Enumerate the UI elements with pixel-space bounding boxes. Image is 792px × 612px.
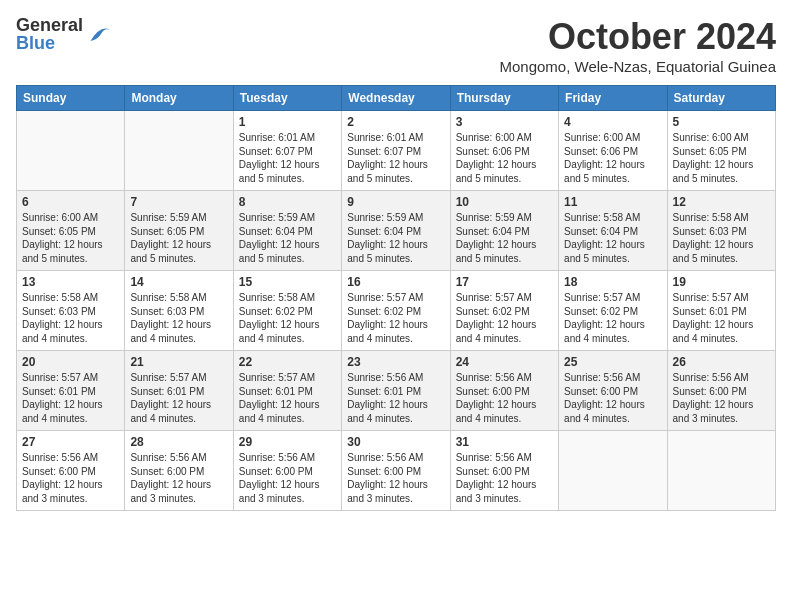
calendar-week-row: 6 Sunrise: 6:00 AMSunset: 6:05 PMDayligh… <box>17 191 776 271</box>
page-header: General Blue October 2024 Mongomo, Wele-… <box>16 16 776 75</box>
calendar-day-cell: 9 Sunrise: 5:59 AMSunset: 6:04 PMDayligh… <box>342 191 450 271</box>
logo-icon <box>87 20 115 48</box>
calendar-week-row: 20 Sunrise: 5:57 AMSunset: 6:01 PMDaylig… <box>17 351 776 431</box>
day-info: Sunrise: 6:01 AMSunset: 6:07 PMDaylight:… <box>347 132 428 184</box>
calendar-day-cell: 31 Sunrise: 5:56 AMSunset: 6:00 PMDaylig… <box>450 431 558 511</box>
day-info: Sunrise: 5:58 AMSunset: 6:04 PMDaylight:… <box>564 212 645 264</box>
day-info: Sunrise: 5:58 AMSunset: 6:02 PMDaylight:… <box>239 292 320 344</box>
day-number: 4 <box>564 115 661 129</box>
weekday-header: Monday <box>125 86 233 111</box>
day-info: Sunrise: 5:59 AMSunset: 6:04 PMDaylight:… <box>347 212 428 264</box>
day-info: Sunrise: 5:56 AMSunset: 6:00 PMDaylight:… <box>22 452 103 504</box>
logo-blue-text: Blue <box>16 34 83 52</box>
day-number: 5 <box>673 115 770 129</box>
day-info: Sunrise: 5:58 AMSunset: 6:03 PMDaylight:… <box>130 292 211 344</box>
calendar-week-row: 13 Sunrise: 5:58 AMSunset: 6:03 PMDaylig… <box>17 271 776 351</box>
calendar-day-cell: 8 Sunrise: 5:59 AMSunset: 6:04 PMDayligh… <box>233 191 341 271</box>
day-info: Sunrise: 5:59 AMSunset: 6:04 PMDaylight:… <box>456 212 537 264</box>
day-info: Sunrise: 5:57 AMSunset: 6:02 PMDaylight:… <box>564 292 645 344</box>
weekday-header: Sunday <box>17 86 125 111</box>
day-info: Sunrise: 5:57 AMSunset: 6:01 PMDaylight:… <box>22 372 103 424</box>
day-number: 3 <box>456 115 553 129</box>
calendar-day-cell: 25 Sunrise: 5:56 AMSunset: 6:00 PMDaylig… <box>559 351 667 431</box>
calendar-day-cell: 7 Sunrise: 5:59 AMSunset: 6:05 PMDayligh… <box>125 191 233 271</box>
calendar-week-row: 1 Sunrise: 6:01 AMSunset: 6:07 PMDayligh… <box>17 111 776 191</box>
day-info: Sunrise: 5:57 AMSunset: 6:01 PMDaylight:… <box>130 372 211 424</box>
day-number: 17 <box>456 275 553 289</box>
day-info: Sunrise: 5:56 AMSunset: 6:01 PMDaylight:… <box>347 372 428 424</box>
day-info: Sunrise: 5:56 AMSunset: 6:00 PMDaylight:… <box>347 452 428 504</box>
day-info: Sunrise: 5:58 AMSunset: 6:03 PMDaylight:… <box>22 292 103 344</box>
calendar-day-cell: 19 Sunrise: 5:57 AMSunset: 6:01 PMDaylig… <box>667 271 775 351</box>
header-row: SundayMondayTuesdayWednesdayThursdayFrid… <box>17 86 776 111</box>
calendar-day-cell: 13 Sunrise: 5:58 AMSunset: 6:03 PMDaylig… <box>17 271 125 351</box>
day-number: 14 <box>130 275 227 289</box>
calendar-day-cell <box>17 111 125 191</box>
day-info: Sunrise: 5:56 AMSunset: 6:00 PMDaylight:… <box>564 372 645 424</box>
day-info: Sunrise: 5:56 AMSunset: 6:00 PMDaylight:… <box>673 372 754 424</box>
weekday-header: Tuesday <box>233 86 341 111</box>
day-number: 10 <box>456 195 553 209</box>
calendar-table: SundayMondayTuesdayWednesdayThursdayFrid… <box>16 85 776 511</box>
day-info: Sunrise: 5:56 AMSunset: 6:00 PMDaylight:… <box>239 452 320 504</box>
day-info: Sunrise: 6:00 AMSunset: 6:05 PMDaylight:… <box>22 212 103 264</box>
title-area: October 2024 Mongomo, Wele-Nzas, Equator… <box>499 16 776 75</box>
day-number: 2 <box>347 115 444 129</box>
calendar-day-cell: 6 Sunrise: 6:00 AMSunset: 6:05 PMDayligh… <box>17 191 125 271</box>
day-number: 28 <box>130 435 227 449</box>
day-number: 1 <box>239 115 336 129</box>
logo-general-text: General <box>16 16 83 34</box>
calendar-day-cell: 18 Sunrise: 5:57 AMSunset: 6:02 PMDaylig… <box>559 271 667 351</box>
day-number: 24 <box>456 355 553 369</box>
day-number: 11 <box>564 195 661 209</box>
day-info: Sunrise: 5:57 AMSunset: 6:02 PMDaylight:… <box>347 292 428 344</box>
day-number: 23 <box>347 355 444 369</box>
calendar-day-cell: 15 Sunrise: 5:58 AMSunset: 6:02 PMDaylig… <box>233 271 341 351</box>
location-title: Mongomo, Wele-Nzas, Equatorial Guinea <box>499 58 776 75</box>
day-number: 8 <box>239 195 336 209</box>
day-info: Sunrise: 5:56 AMSunset: 6:00 PMDaylight:… <box>456 372 537 424</box>
calendar-day-cell <box>559 431 667 511</box>
day-number: 31 <box>456 435 553 449</box>
day-info: Sunrise: 5:56 AMSunset: 6:00 PMDaylight:… <box>456 452 537 504</box>
day-info: Sunrise: 5:58 AMSunset: 6:03 PMDaylight:… <box>673 212 754 264</box>
logo: General Blue <box>16 16 115 52</box>
calendar-day-cell: 11 Sunrise: 5:58 AMSunset: 6:04 PMDaylig… <box>559 191 667 271</box>
calendar-day-cell: 3 Sunrise: 6:00 AMSunset: 6:06 PMDayligh… <box>450 111 558 191</box>
calendar-day-cell: 24 Sunrise: 5:56 AMSunset: 6:00 PMDaylig… <box>450 351 558 431</box>
day-info: Sunrise: 5:57 AMSunset: 6:01 PMDaylight:… <box>239 372 320 424</box>
calendar-day-cell: 30 Sunrise: 5:56 AMSunset: 6:00 PMDaylig… <box>342 431 450 511</box>
day-number: 29 <box>239 435 336 449</box>
day-number: 15 <box>239 275 336 289</box>
calendar-day-cell: 17 Sunrise: 5:57 AMSunset: 6:02 PMDaylig… <box>450 271 558 351</box>
day-number: 30 <box>347 435 444 449</box>
weekday-header: Thursday <box>450 86 558 111</box>
day-number: 12 <box>673 195 770 209</box>
calendar-day-cell <box>667 431 775 511</box>
calendar-day-cell: 21 Sunrise: 5:57 AMSunset: 6:01 PMDaylig… <box>125 351 233 431</box>
calendar-day-cell: 4 Sunrise: 6:00 AMSunset: 6:06 PMDayligh… <box>559 111 667 191</box>
day-number: 25 <box>564 355 661 369</box>
day-info: Sunrise: 5:57 AMSunset: 6:02 PMDaylight:… <box>456 292 537 344</box>
day-info: Sunrise: 6:01 AMSunset: 6:07 PMDaylight:… <box>239 132 320 184</box>
day-info: Sunrise: 5:59 AMSunset: 6:05 PMDaylight:… <box>130 212 211 264</box>
day-number: 13 <box>22 275 119 289</box>
calendar-day-cell: 2 Sunrise: 6:01 AMSunset: 6:07 PMDayligh… <box>342 111 450 191</box>
day-info: Sunrise: 6:00 AMSunset: 6:05 PMDaylight:… <box>673 132 754 184</box>
calendar-day-cell <box>125 111 233 191</box>
weekday-header: Wednesday <box>342 86 450 111</box>
day-number: 18 <box>564 275 661 289</box>
day-info: Sunrise: 6:00 AMSunset: 6:06 PMDaylight:… <box>456 132 537 184</box>
day-number: 6 <box>22 195 119 209</box>
calendar-day-cell: 28 Sunrise: 5:56 AMSunset: 6:00 PMDaylig… <box>125 431 233 511</box>
day-number: 20 <box>22 355 119 369</box>
calendar-day-cell: 16 Sunrise: 5:57 AMSunset: 6:02 PMDaylig… <box>342 271 450 351</box>
day-number: 7 <box>130 195 227 209</box>
calendar-day-cell: 10 Sunrise: 5:59 AMSunset: 6:04 PMDaylig… <box>450 191 558 271</box>
day-number: 9 <box>347 195 444 209</box>
calendar-day-cell: 23 Sunrise: 5:56 AMSunset: 6:01 PMDaylig… <box>342 351 450 431</box>
month-title: October 2024 <box>499 16 776 58</box>
day-info: Sunrise: 6:00 AMSunset: 6:06 PMDaylight:… <box>564 132 645 184</box>
day-info: Sunrise: 5:57 AMSunset: 6:01 PMDaylight:… <box>673 292 754 344</box>
day-number: 16 <box>347 275 444 289</box>
